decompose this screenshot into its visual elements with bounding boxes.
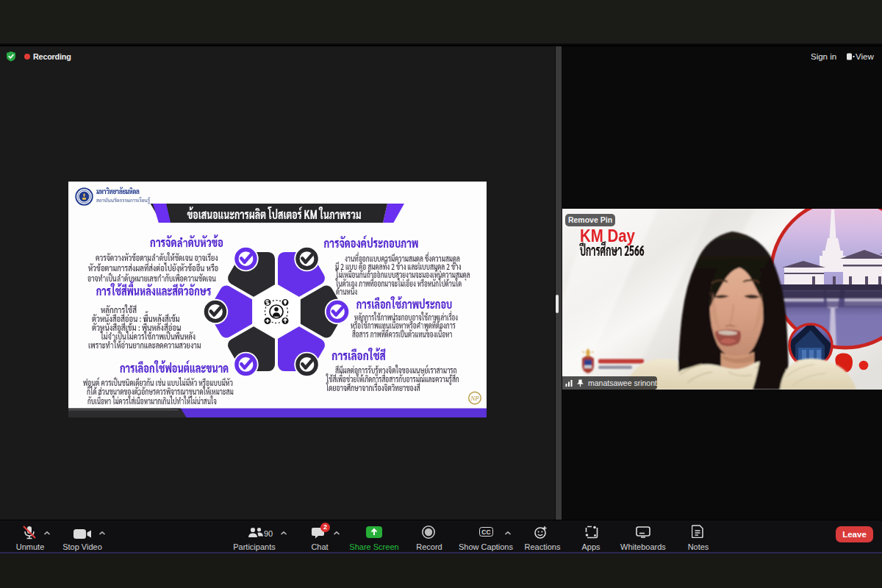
svg-text:NP: NP bbox=[470, 395, 479, 402]
